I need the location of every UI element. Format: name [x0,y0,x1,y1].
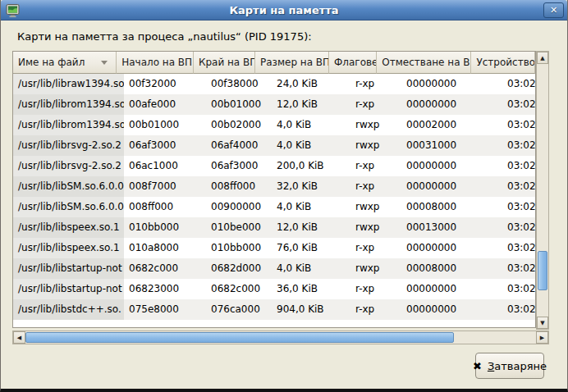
cell-vm_start: 00afe000 [124,94,206,115]
horizontal-scrollbar[interactable]: ◀ ▶ [12,330,549,344]
cell-vm_size: 12,0 KiB [272,217,350,238]
cell-device: 03:02 [502,156,535,176]
cell-device: 03:02 [502,279,535,299]
cell-vm_size: 76,0 KiB [272,238,350,258]
cell-flags: r-xp [350,299,401,320]
cell-vm_end: 010be000 [206,217,272,238]
column-header-vm_offset[interactable]: Отместване на ВП [377,52,471,74]
scroll-up-icon[interactable]: ▲ [537,52,548,64]
cell-vm_end: 0682d000 [206,258,272,279]
window-title: Карти на паметта [1,4,567,16]
table-row[interactable]: /usr/lib/librom1394.so00afe00000b0100012… [13,94,535,115]
cell-vm_end: 00b02000 [206,115,272,135]
cell-vm_end: 0682c000 [206,279,272,299]
cell-filename: /usr/lib/libspeex.so.1 [13,238,124,258]
cell-flags: r-xp [350,74,401,94]
cell-vm_size: 200,0 KiB [272,156,350,176]
cell-device: 03:02 [502,135,535,156]
window-close-button[interactable]: ✕ [543,2,564,18]
cell-vm_size: 32,0 KiB [272,176,350,197]
cell-filename: /usr/lib/librsvg-2.so.2 [13,156,124,176]
cell-vm_size: 4,0 KiB [272,197,350,217]
cell-vm_offset: 00013000 [401,217,502,238]
cell-filename: /usr/lib/librsvg-2.so.2 [13,135,124,156]
cell-device: 03:02 [502,258,535,279]
cell-flags: r-xp [350,176,401,197]
cell-flags: rwxp [350,115,401,135]
cell-vm_offset: 00002000 [401,115,502,135]
cell-vm_start: 00b01000 [124,115,206,135]
column-header-vm_end[interactable]: Край на ВП [194,52,255,74]
column-header-device[interactable]: Устройство [471,52,535,74]
table-row[interactable]: /usr/lib/libSM.so.6.0.0008f7000008ff0003… [13,176,535,197]
table-row[interactable]: /usr/lib/libraw1394.so00f3200000f3800024… [13,74,535,94]
table-row[interactable]: /usr/lib/libspeex.so.1010a8000010bb00076… [13,238,535,258]
cell-vm_offset: 00008000 [401,197,502,217]
table-row[interactable]: /usr/lib/libstartup-not068230000682c0003… [13,279,535,299]
cell-flags: r-xp [350,238,401,258]
cell-vm_offset: 00031000 [401,135,502,156]
cell-flags: rwxp [350,135,401,156]
column-header-label: Устройство [476,57,535,68]
table-row[interactable]: /usr/lib/librsvg-2.so.206ac100006af30002… [13,156,535,176]
cell-vm_end: 06af3000 [206,156,272,176]
column-header-label: Флагове [334,57,377,68]
table-row[interactable]: /usr/lib/libSM.so.6.0.0008ff000009000004… [13,197,535,217]
cell-vm_offset: 00000000 [401,94,502,115]
column-header-label: Край на ВП [199,57,255,68]
table-row[interactable]: /usr/lib/librom1394.so00b0100000b020004,… [13,115,535,135]
table-row[interactable]: /usr/lib/libstartup-not0682c0000682d0004… [13,258,535,279]
cell-flags: r-xp [350,94,401,115]
column-header-vm_start[interactable]: Начало на ВП [117,52,194,74]
cell-vm_offset: 00000000 [401,176,502,197]
cell-vm_size: 12,0 KiB [272,94,350,115]
scroll-right-icon[interactable]: ▶ [536,331,548,344]
scroll-down-icon[interactable]: ▼ [537,317,548,329]
column-header-label: Начало на ВП [121,57,192,68]
horizontal-scrollbar-thumb[interactable] [25,332,454,343]
cell-vm_offset: 00000000 [401,279,502,299]
column-header-flags[interactable]: Флагове [329,52,377,74]
cell-vm_start: 075e8000 [124,299,206,320]
cell-device: 03:02 [502,176,535,197]
scroll-left-icon[interactable]: ◀ [13,331,25,344]
cell-vm_start: 010bb000 [124,217,206,238]
close-button-label: Затваряне [488,360,547,372]
cell-vm_size: 4,0 KiB [272,115,350,135]
cell-vm_start: 06ac1000 [124,156,206,176]
column-header-label: Име на файл [18,57,85,68]
cell-filename: /usr/lib/librom1394.so [13,94,124,115]
titlebar[interactable]: Карти на паметта ✕ [1,0,567,21]
cell-vm_offset: 00000000 [401,238,502,258]
dialog-heading: Карти на паметта за процеса „nautilus“ (… [17,30,312,43]
cell-flags: rwxp [350,217,401,238]
memory-maps-table: Име на файлНачало на ВПКрай на ВПРазмер … [12,51,536,328]
sort-descending-icon [101,61,108,65]
cell-filename: /usr/lib/librom1394.so [13,115,124,135]
cell-flags: r-xp [350,156,401,176]
cell-vm_end: 076ca000 [206,299,272,320]
cell-filename: /usr/lib/libraw1394.so [13,74,124,94]
cell-filename: /usr/lib/libSM.so.6.0.0 [13,176,124,197]
cell-vm_offset: 00000000 [401,74,502,94]
cell-flags: r-xp [350,279,401,299]
vertical-scrollbar[interactable]: ▲ ▼ [536,51,549,330]
cell-vm_start: 008ff000 [124,197,206,217]
table-row[interactable]: /usr/lib/libspeex.so.1010bb000010be00012… [13,217,535,238]
cell-device: 03:02 [502,115,535,135]
cell-device: 03:02 [502,74,535,94]
cell-vm_start: 0682c000 [124,258,206,279]
column-header-filename[interactable]: Име на файл [13,52,117,74]
column-header-vm_size[interactable]: Размер на ВП [255,52,329,74]
cell-vm_start: 008f7000 [124,176,206,197]
table-row[interactable]: /usr/lib/libstdc++.so.075e8000076ca00090… [13,299,535,320]
table-row[interactable]: /usr/lib/librsvg-2.so.206af300006af40004… [13,135,535,156]
cell-vm_offset: 00008000 [401,258,502,279]
system-monitor-icon [5,2,21,18]
cell-device: 03:02 [502,299,535,320]
vertical-scrollbar-thumb[interactable] [538,251,547,290]
cell-vm_start: 06823000 [124,279,206,299]
table-body: /usr/lib/libraw1394.so00f3200000f3800024… [13,74,535,320]
close-dialog-button[interactable]: ✖ Затваряне [475,353,544,379]
cell-filename: /usr/lib/libstartup-not [13,279,124,299]
